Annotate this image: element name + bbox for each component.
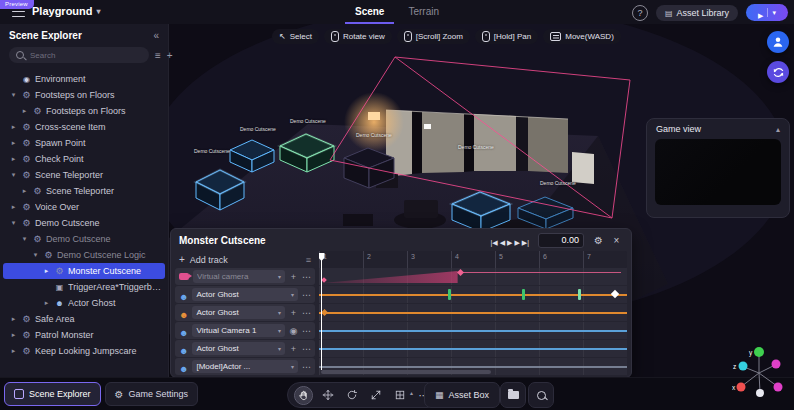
tree-item[interactable]: ▸ Keep Looking Jumpscare <box>3 343 165 359</box>
track-add-button[interactable] <box>289 308 298 318</box>
track-lane[interactable] <box>319 268 627 285</box>
tree-item[interactable]: ▾ Demo Cutscene <box>3 231 165 247</box>
sync-button[interactable] <box>767 61 789 83</box>
asset-library-button[interactable]: Asset Library <box>656 5 738 21</box>
timeline-scrollbar[interactable] <box>321 370 491 374</box>
mode-tab[interactable]: Terrain <box>398 0 449 24</box>
track-options-icon[interactable] <box>306 255 311 265</box>
rotate-tool-button[interactable] <box>343 387 360 404</box>
game-settings-button[interactable]: Game Settings <box>105 382 199 406</box>
track-target-dropdown[interactable]: Virtual Camera 1 <box>192 324 285 337</box>
move-tool-button[interactable] <box>319 387 336 404</box>
search-box[interactable] <box>9 47 149 63</box>
expand-arrow-icon[interactable]: ▸ <box>9 155 18 163</box>
track-lane[interactable] <box>319 322 627 339</box>
tree-item[interactable]: TriggerArea*TriggerboxIsNec... <box>3 279 165 295</box>
track-target-dropdown[interactable]: Virtual camera <box>193 270 285 283</box>
3d-viewport[interactable]: Demo CutsceneDemo CutsceneDemo CutsceneD… <box>168 24 794 378</box>
expand-arrow-icon[interactable]: ▸ <box>42 299 51 307</box>
track-add-button[interactable] <box>289 344 298 354</box>
tree-item[interactable]: ▸ Spawn Point <box>3 135 165 151</box>
scale-tool-button[interactable] <box>367 387 384 404</box>
track-target-dropdown[interactable]: Actor Ghost <box>192 342 285 355</box>
expand-arrow-icon[interactable]: ▸ <box>42 267 51 275</box>
time-field[interactable]: 0.00 <box>538 233 584 248</box>
help-button[interactable]: ? <box>632 5 648 21</box>
filter-button[interactable] <box>155 50 161 61</box>
orientation-gizmo[interactable]: y z x <box>732 342 788 400</box>
track-more-button[interactable] <box>302 308 311 318</box>
axis-y-handle[interactable] <box>754 347 764 357</box>
snap-grid-tool-button[interactable] <box>391 387 408 404</box>
track-lane[interactable] <box>319 286 627 303</box>
axis-neg-handle[interactable] <box>774 383 783 392</box>
expand-arrow-icon[interactable]: ▸ <box>9 347 18 355</box>
timeline-settings-icon[interactable] <box>592 235 605 246</box>
expand-arrow-icon[interactable]: ▾ <box>9 171 18 179</box>
mode-tab[interactable]: Scene <box>345 0 394 24</box>
add-track-button[interactable]: Add track <box>175 251 315 268</box>
search-button[interactable] <box>528 382 554 408</box>
avatar-button[interactable] <box>767 31 789 53</box>
chevron-down-icon[interactable] <box>772 9 776 17</box>
expand-arrow-icon[interactable]: ▸ <box>9 203 18 211</box>
expand-arrow-icon[interactable]: ▸ <box>20 187 29 195</box>
transport-button[interactable]: ◀ <box>499 239 506 247</box>
tree-item[interactable]: ▸ Check Point <box>3 151 165 167</box>
expand-arrow-icon[interactable]: ▾ <box>9 91 18 99</box>
axis-x-handle[interactable] <box>737 383 746 392</box>
track-more-button[interactable] <box>302 272 311 282</box>
expand-arrow-icon[interactable]: ▾ <box>20 235 29 243</box>
tree-item[interactable]: Environment <box>3 71 165 87</box>
tree-item[interactable]: ▸ Safe Area <box>3 311 165 327</box>
expand-arrow-icon[interactable]: ▸ <box>9 331 18 339</box>
track-lane[interactable] <box>319 304 627 321</box>
track-target-dropdown[interactable]: Actor Ghost <box>192 306 285 319</box>
snap-options-caret-icon[interactable] <box>410 389 413 396</box>
track-target-dropdown[interactable]: Actor Ghost <box>192 288 298 301</box>
track-add-button[interactable] <box>289 272 298 282</box>
axis-z-handle[interactable] <box>739 362 748 371</box>
track-more-button[interactable] <box>302 326 311 336</box>
tree-item[interactable]: ▸ Voice Over <box>3 199 165 215</box>
tree-item[interactable]: ▸ Cross-scene Item <box>3 119 165 135</box>
transport-button[interactable]: ▶ <box>513 239 520 247</box>
tree-item[interactable]: ▸ Patrol Monster <box>3 327 165 343</box>
hand-tool-button[interactable] <box>295 387 312 404</box>
transport-button[interactable]: |◀ <box>489 239 498 247</box>
expand-arrow-icon[interactable]: ▾ <box>9 219 18 227</box>
expand-arrow-icon[interactable]: ▾ <box>31 251 40 259</box>
tree-item[interactable]: ▸ Monster Cutscene <box>3 263 165 279</box>
axis-neg-handle[interactable] <box>756 389 764 397</box>
tree-item[interactable]: ▾ Scene Teleporter <box>3 167 165 183</box>
expand-arrow-icon[interactable]: ▸ <box>9 315 18 323</box>
collapse-chevron-icon[interactable] <box>776 125 780 134</box>
close-timeline-icon[interactable] <box>610 235 623 246</box>
axis-neg-handle[interactable] <box>772 360 781 369</box>
expand-arrow-icon[interactable]: ▸ <box>9 139 18 147</box>
tree-item[interactable]: ▾ Footsteps on Floors <box>3 87 165 103</box>
folder-button[interactable] <box>500 382 526 408</box>
search-input[interactable] <box>28 50 142 61</box>
expand-arrow-icon[interactable]: ▸ <box>9 123 18 131</box>
track-more-button[interactable] <box>302 362 311 372</box>
track-visibility-toggle[interactable] <box>289 326 298 336</box>
tree-item[interactable]: ▸ Scene Teleporter <box>3 183 165 199</box>
tree-item[interactable]: ▸ Footsteps on Floors <box>3 103 165 119</box>
track-target-dropdown[interactable]: [Model]Actor ... <box>192 360 298 373</box>
play-button[interactable] <box>746 4 788 21</box>
playhead[interactable] <box>321 253 322 370</box>
tree-item[interactable]: ▸ Actor Ghost <box>3 295 165 311</box>
track-more-button[interactable] <box>302 290 311 300</box>
expand-arrow-icon[interactable]: ▸ <box>20 107 29 115</box>
transport-button[interactable]: ▶ <box>506 239 513 247</box>
tree-item[interactable]: ▾ Demo Cutscene Logic <box>3 247 165 263</box>
asset-box-button[interactable]: Asset Box <box>424 382 500 408</box>
tree-item[interactable]: ▾ Demo Cutscene <box>3 215 165 231</box>
timeline-ruler[interactable]: 1234567 <box>319 251 627 268</box>
track-more-button[interactable] <box>302 344 311 354</box>
track-lane[interactable] <box>319 340 627 357</box>
scene-explorer-button[interactable]: Scene Explorer <box>4 382 101 406</box>
add-item-button[interactable] <box>167 50 173 61</box>
collapse-panel-icon[interactable] <box>153 30 159 41</box>
